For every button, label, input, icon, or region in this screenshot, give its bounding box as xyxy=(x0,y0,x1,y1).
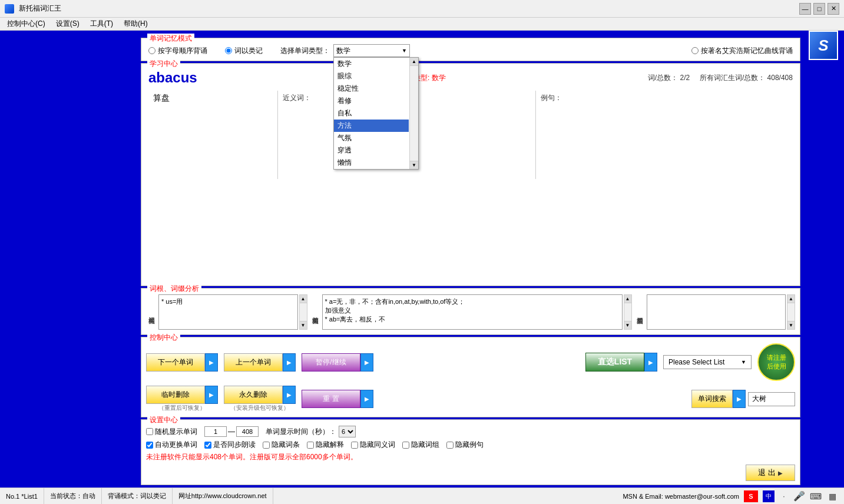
auto-switch-checkbox[interactable] xyxy=(146,442,153,449)
menu-help[interactable]: 帮助(H) xyxy=(119,18,153,30)
temp-delete-group: 临时删除 ▶ （重置后可恢复） xyxy=(146,386,218,412)
dropdown-item-penetrate[interactable]: 穿透 xyxy=(334,144,409,157)
menu-control-center[interactable]: 控制中心(C) xyxy=(2,18,50,30)
sync-read-checkbox[interactable] xyxy=(204,442,211,449)
dropdown-item-math[interactable]: 数学 xyxy=(334,58,409,70)
morph-col1-scroll-down[interactable]: ▼ xyxy=(300,321,307,329)
temp-delete-arrow[interactable]: ▶ xyxy=(205,386,218,404)
study-body: 算盘 近义词： 例句： xyxy=(148,91,793,179)
please-select-dropdown[interactable]: Please Select List ▼ xyxy=(663,355,752,369)
logo-s: S xyxy=(818,37,828,55)
radio-by-type-input[interactable] xyxy=(225,47,232,54)
next-word-arrow[interactable]: ▶ xyxy=(205,353,218,372)
prev-word-arrow[interactable]: ▶ xyxy=(283,353,296,372)
radio-alphabetical[interactable]: 按字母顺序背诵 xyxy=(148,46,207,56)
dropdown-scroll-up-btn[interactable]: ▲ xyxy=(410,58,418,66)
hide-explain-checkbox[interactable] xyxy=(307,442,314,449)
settings-section-title: 设置中心 xyxy=(147,415,180,425)
word-search-arrow[interactable]: ▶ xyxy=(733,390,746,408)
range-from-input[interactable] xyxy=(204,426,227,437)
perm-delete-btn-group: 永久删除 ▶ xyxy=(224,386,296,404)
perm-delete-button[interactable]: 永久删除 xyxy=(224,386,283,404)
morph-col3-scroll-up[interactable]: ▲ xyxy=(787,295,795,303)
word-display: abacus xyxy=(148,69,197,86)
minimize-button[interactable]: — xyxy=(799,3,811,15)
prev-btn-group: 上一个单词 ▶ xyxy=(224,353,296,372)
radio-by-type[interactable]: 词以类记 xyxy=(225,46,263,56)
example-col: 例句： xyxy=(536,91,793,179)
hide-synonyms-setting[interactable]: 隐藏同义词 xyxy=(351,440,395,450)
menu-settings[interactable]: 设置(S) xyxy=(51,18,84,30)
reset-button[interactable]: 重 置 xyxy=(302,390,360,408)
morph-col2-scroll-down[interactable]: ▼ xyxy=(624,321,631,329)
hide-examples-setting[interactable]: 隐藏例句 xyxy=(446,440,484,450)
morph-col1-scroll-up[interactable]: ▲ xyxy=(300,295,307,303)
exit-button[interactable]: 退 出 ▶ xyxy=(746,465,795,481)
pause-arrow[interactable]: ▶ xyxy=(360,353,373,372)
hide-groups-setting[interactable]: 隐藏词组 xyxy=(402,440,439,450)
next-btn-group: 下一个单词 ▶ xyxy=(146,353,218,372)
temp-delete-sub: （重置后可恢复） xyxy=(158,404,206,412)
hide-groups-checkbox[interactable] xyxy=(402,442,409,449)
dropdown-scrollbar: ▲ ▼ xyxy=(409,58,418,169)
dropdown-item-lazy[interactable]: 懒惰 xyxy=(334,157,409,169)
random-show-setting[interactable]: 随机显示单词 xyxy=(146,427,197,437)
status-s-icon: S xyxy=(744,490,758,502)
morph-col2-scroll-up[interactable]: ▲ xyxy=(624,295,631,303)
radio-ebbinghaus-input[interactable] xyxy=(691,47,699,54)
prev-word-button[interactable]: 上一个单词 xyxy=(224,353,283,372)
sync-read-setting[interactable]: 是否同步朗读 xyxy=(204,440,256,450)
type-select-group: 选择单词类型： 数学 ▼ 数学 眼综 稳定性 着修 自私 xyxy=(280,44,410,57)
mode-section: 单词记忆模式 按字母顺序背诵 词以类记 选择单词类型： 数学 ▼ xyxy=(141,38,800,61)
hide-explain-setting[interactable]: 隐藏解释 xyxy=(307,440,344,450)
hide-synonyms-checkbox[interactable] xyxy=(351,442,358,449)
maximize-button[interactable]: □ xyxy=(813,3,825,15)
reset-arrow[interactable]: ▶ xyxy=(360,390,373,408)
hide-meanings-setting[interactable]: 隐藏词条 xyxy=(263,440,300,450)
control-section-title: 控制中心 xyxy=(147,333,180,343)
dropdown-item-repair[interactable]: 着修 xyxy=(334,95,409,107)
morph-col3-scroll-down[interactable]: ▼ xyxy=(787,321,795,329)
status-mode: 背诵模式： 词以类记 xyxy=(102,488,173,504)
morph-col3-label: 相关后缀 xyxy=(634,294,646,330)
pause-button[interactable]: 暂停/继续 xyxy=(302,353,360,372)
dropdown-item-eye[interactable]: 眼综 xyxy=(334,70,409,82)
hide-examples-checkbox[interactable] xyxy=(446,442,454,449)
temp-delete-button[interactable]: 临时删除 xyxy=(146,386,205,404)
radio-alphabetical-input[interactable] xyxy=(148,47,155,54)
dropdown-item-atmosphere[interactable]: 气氛 xyxy=(334,132,409,144)
type-select-display[interactable]: 数学 ▼ xyxy=(333,44,410,57)
dropdown-item-stability[interactable]: 稳定性 xyxy=(334,82,409,95)
dropdown-scroll-track xyxy=(410,66,418,161)
direct-btn-group: 直选LIST ▶ xyxy=(585,353,657,372)
title-bar: 新托福词汇王 — □ ✕ xyxy=(0,0,844,18)
random-show-checkbox[interactable] xyxy=(146,428,153,435)
radio-ebbinghaus[interactable]: 按著名艾宾浩斯记忆曲线背诵 xyxy=(691,46,793,56)
range-to-input[interactable] xyxy=(236,426,259,437)
display-time-select[interactable]: 6 xyxy=(339,426,356,437)
dropdown-item-method[interactable]: 方法 xyxy=(334,120,409,132)
menu-tools[interactable]: 工具(T) xyxy=(85,18,118,30)
morph-section: 词根、词缀分析 相关词根 * us=用 ▲ ▼ 相关前缀 * a=无，非，不；含… xyxy=(141,288,800,335)
perm-delete-arrow[interactable]: ▶ xyxy=(283,386,296,404)
similar-label: 近义词： xyxy=(283,94,311,102)
dropdown-item-selfish[interactable]: 自私 xyxy=(334,107,409,120)
direct-list-button[interactable]: 直选LIST xyxy=(585,353,644,372)
word-search-button[interactable]: 单词搜索 xyxy=(691,390,733,408)
reset-btn-group: 重 置 ▶ xyxy=(302,390,373,408)
auto-switch-setting[interactable]: 自动更换单词 xyxy=(146,440,197,450)
register-button[interactable]: 请注册 后使用 xyxy=(757,343,795,381)
mode-row: 按字母顺序背诵 词以类记 选择单词类型： 数学 ▼ 数学 xyxy=(148,43,793,57)
all-count: 408/408 xyxy=(767,74,793,82)
next-word-button[interactable]: 下一个单词 xyxy=(146,353,205,372)
pause-btn-group: 暂停/继续 ▶ xyxy=(302,353,373,372)
dropdown-scroll-down-btn[interactable]: ▼ xyxy=(410,161,418,169)
perm-delete-group: 永久删除 ▶ （安装升级包可恢复） xyxy=(224,386,296,412)
morph-col2: 相关前缀 * a=无，非，不；含有in,on,at,by,with,to,of等… xyxy=(310,294,632,330)
word-search-input[interactable] xyxy=(748,392,795,406)
direct-list-arrow[interactable]: ▶ xyxy=(644,353,657,372)
close-button[interactable]: ✕ xyxy=(828,3,839,15)
status-keyboard-icon: ⌨ xyxy=(810,490,822,502)
study-top-row: abacus 单词类型: 数学 词/总数： 2/2 所有词汇生词/总数： 408… xyxy=(148,69,793,86)
hide-meanings-checkbox[interactable] xyxy=(263,442,270,449)
